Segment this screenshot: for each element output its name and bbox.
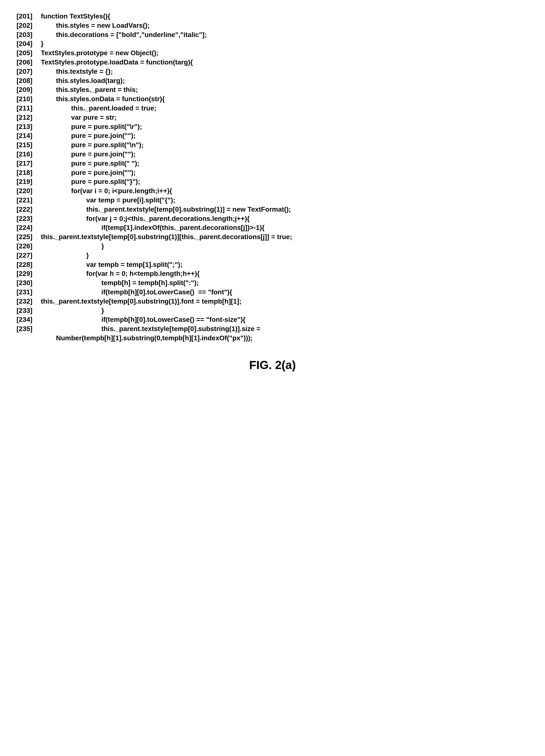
code-listing: [201]function TextStyles(){[202] this.st… [17, 12, 528, 343]
line-number: [205] [17, 48, 41, 58]
figure-label: FIG. 2(a) [17, 357, 528, 373]
line-number: [226] [17, 242, 41, 251]
line-number: [223] [17, 214, 41, 223]
line-number: [234] [17, 315, 41, 324]
line-number: [207] [17, 67, 41, 76]
line-content: pure = pure.join(""); [41, 168, 528, 177]
line-content: } [41, 242, 528, 251]
line-content: this.styles._parent = this; [41, 85, 528, 94]
line-content: this._parent.textstyle[temp[0].substring… [41, 205, 528, 214]
line-number: [215] [17, 140, 41, 150]
line-content: this.styles = new LoadVars(); [41, 21, 528, 30]
line-number: [210] [17, 94, 41, 104]
line-number: [209] [17, 85, 41, 94]
line-content: pure = pure.split("\r"); [41, 122, 528, 131]
code-line: [217] pure = pure.split(" "); [17, 159, 528, 168]
line-content: pure = pure.join(""); [41, 131, 528, 140]
line-content: if(tempb[h][0].toLowerCase() == "font"){ [41, 288, 528, 297]
line-number: [217] [17, 159, 41, 168]
code-line: [208] this.styles.load(targ); [17, 76, 528, 85]
code-line: [224] if(temp[1].indexOf(this._parent.de… [17, 223, 528, 232]
line-content: Number(tempb[h][1].substring(0,tempb[h][… [41, 333, 528, 343]
line-content: function TextStyles(){ [41, 12, 528, 21]
code-line: [227] } [17, 251, 528, 260]
code-line: [234] if(tempb[h][0].toLowerCase() == "f… [17, 315, 528, 324]
line-content: this.styles.load(targ); [41, 76, 528, 85]
line-content: pure = pure.join(""); [41, 150, 528, 159]
code-line: Number(tempb[h][1].substring(0,tempb[h][… [17, 333, 528, 343]
line-content: this.styles.onData = function(str){ [41, 94, 528, 104]
code-line: [228] var tempb = temp[1].split(";"); [17, 260, 528, 269]
line-number: [201] [17, 12, 41, 21]
code-line: [211] this._parent.loaded = true; [17, 104, 528, 113]
code-line: [203] this.decorations = ["bold","underl… [17, 30, 528, 39]
line-number: [208] [17, 76, 41, 85]
code-line: [226] } [17, 242, 528, 251]
line-number: [230] [17, 278, 41, 288]
line-content: this._parent.textstyle[temp[0].substring… [41, 232, 528, 242]
line-number: [229] [17, 269, 41, 278]
code-line: [235] this._parent.textstyle[temp[0].sub… [17, 324, 528, 333]
line-number: [214] [17, 131, 41, 140]
line-number: [232] [17, 297, 41, 306]
code-line: [229] for(var h = 0; h<tempb.length;h++)… [17, 269, 528, 278]
code-line: [210] this.styles.onData = function(str)… [17, 94, 528, 104]
line-number: [225] [17, 232, 41, 242]
line-number: [216] [17, 150, 41, 159]
code-line: [223] for(var j = 0;j<this._parent.decor… [17, 214, 528, 223]
line-content: TextStyles.prototype.loadData = function… [41, 58, 528, 67]
code-line: [202] this.styles = new LoadVars(); [17, 21, 528, 30]
line-number: [219] [17, 177, 41, 186]
line-number: [231] [17, 288, 41, 297]
code-line: [221] var temp = pure[i].split("{"); [17, 196, 528, 205]
line-content: for(var j = 0;j<this._parent.decorations… [41, 214, 528, 223]
line-content: this.textstyle = {}; [41, 67, 528, 76]
line-number: [221] [17, 196, 41, 205]
line-content: pure = pure.split(" "); [41, 159, 528, 168]
code-line: [215] pure = pure.split("\n"); [17, 140, 528, 150]
line-content: this._parent.textstyle[temp[0].substring… [41, 324, 528, 333]
code-line: [209] this.styles._parent = this; [17, 85, 528, 94]
line-number: [211] [17, 104, 41, 113]
line-content: } [41, 251, 528, 260]
line-content: if(temp[1].indexOf(this._parent.decorati… [41, 223, 528, 232]
line-number: [218] [17, 168, 41, 177]
line-content: } [41, 306, 528, 315]
line-number: [222] [17, 205, 41, 214]
line-content: pure = pure.split("}"); [41, 177, 528, 186]
code-line: [207] this.textstyle = {}; [17, 67, 528, 76]
line-content: TextStyles.prototype = new Object(); [41, 48, 528, 58]
code-line: [222] this._parent.textstyle[temp[0].sub… [17, 205, 528, 214]
code-line: [232]this._parent.textstyle[temp[0].subs… [17, 297, 528, 306]
line-content: pure = pure.split("\n"); [41, 140, 528, 150]
line-content: } [41, 39, 528, 48]
line-number: [213] [17, 122, 41, 131]
line-number: [203] [17, 30, 41, 39]
code-line: [225]this._parent.textstyle[temp[0].subs… [17, 232, 528, 242]
line-content: tempb[h] = tempb[h].split(":"); [41, 278, 528, 288]
line-content: var temp = pure[i].split("{"); [41, 196, 528, 205]
line-content: for(var i = 0; i<pure.length;i++){ [41, 186, 528, 196]
line-number: [204] [17, 39, 41, 48]
code-line: [216] pure = pure.join(""); [17, 150, 528, 159]
code-line: [214] pure = pure.join(""); [17, 131, 528, 140]
line-number: [233] [17, 306, 41, 315]
code-line: [220] for(var i = 0; i<pure.length;i++){ [17, 186, 528, 196]
code-line: [204]} [17, 39, 528, 48]
line-content: if(tempb[h][0].toLowerCase() == "font-si… [41, 315, 528, 324]
code-line: [219] pure = pure.split("}"); [17, 177, 528, 186]
line-content: this._parent.textstyle[temp[0].substring… [41, 297, 528, 306]
code-line: [231] if(tempb[h][0].toLowerCase() == "f… [17, 288, 528, 297]
code-line: [213] pure = pure.split("\r"); [17, 122, 528, 131]
line-content: this.decorations = ["bold","underline","… [41, 30, 528, 39]
line-number: [212] [17, 113, 41, 122]
code-line: [205]TextStyles.prototype = new Object()… [17, 48, 528, 58]
line-number: [228] [17, 260, 41, 269]
line-number: [206] [17, 58, 41, 67]
code-line: [201]function TextStyles(){ [17, 12, 528, 21]
code-line: [230] tempb[h] = tempb[h].split(":"); [17, 278, 528, 288]
code-line: [212] var pure = str; [17, 113, 528, 122]
line-number: [202] [17, 21, 41, 30]
code-line: [233] } [17, 306, 528, 315]
line-content: var pure = str; [41, 113, 528, 122]
